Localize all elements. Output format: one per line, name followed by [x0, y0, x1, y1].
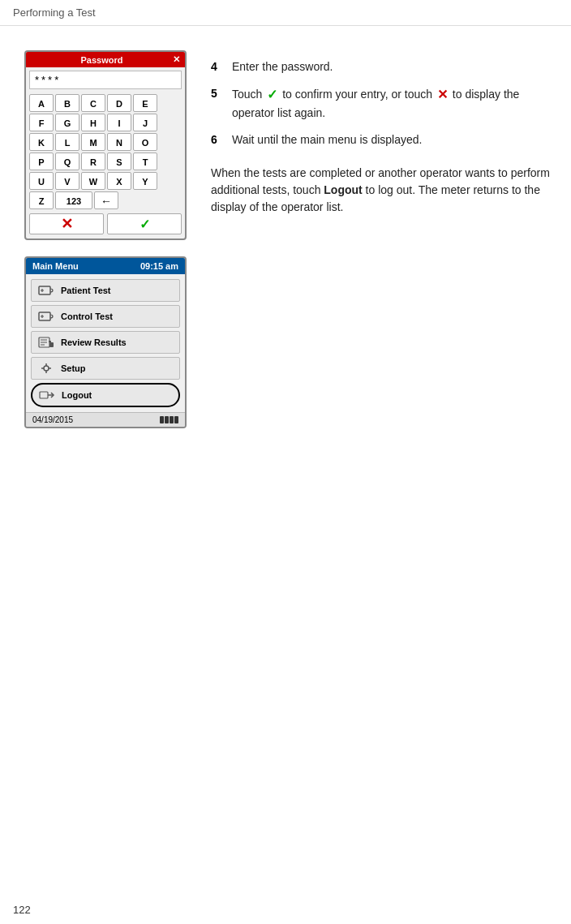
key-row-1: A B C D E	[29, 94, 182, 112]
key-B[interactable]: B	[55, 94, 79, 112]
key-row-4: P Q R S T	[29, 153, 182, 170]
right-column: 4 Enter the password. 5 Touch ✓ to confi…	[211, 50, 555, 428]
key-T[interactable]: T	[133, 153, 157, 170]
key-row-6: Z 123 ←	[29, 191, 182, 209]
control-icon	[38, 310, 54, 323]
key-backspace[interactable]: ←	[94, 191, 118, 209]
instructions: 4 Enter the password. 5 Touch ✓ to confi…	[211, 58, 555, 216]
battery-bar-1	[160, 416, 164, 423]
battery-icon	[160, 416, 178, 423]
key-E[interactable]: E	[133, 94, 157, 112]
page-footer: 122	[13, 904, 31, 916]
instruction-step-5: 5 Touch ✓ to confirm your entry, or touc…	[211, 85, 555, 122]
review-icon	[38, 336, 54, 349]
inline-x-icon: ✕	[437, 85, 448, 105]
close-icon[interactable]: ✕	[173, 54, 180, 65]
cancel-button[interactable]: ✕	[29, 213, 104, 234]
instruction-step-6: 6 Wait until the main menu is displayed.	[211, 131, 555, 148]
patient-test-label: Patient Test	[61, 286, 111, 295]
password-title-bar: Password ✕	[26, 52, 185, 67]
key-N[interactable]: N	[107, 133, 131, 151]
logout-bold: Logout	[324, 183, 362, 196]
key-Y[interactable]: Y	[133, 172, 157, 190]
menu-item-review-results[interactable]: Review Results	[31, 331, 180, 354]
menu-items-list: Patient Test Control Test	[26, 274, 185, 412]
ok-button[interactable]: ✓	[107, 213, 182, 234]
page-header: Performing a Test	[0, 0, 571, 26]
key-G[interactable]: G	[55, 114, 79, 131]
keyboard-grid: A B C D E F G H I J K L M	[26, 92, 185, 211]
cancel-x-icon: ✕	[61, 215, 73, 233]
svg-point-12	[44, 366, 49, 371]
menu-item-control-test[interactable]: Control Test	[31, 305, 180, 328]
key-J[interactable]: J	[133, 114, 157, 131]
footer-date: 04/19/2015	[32, 415, 73, 424]
battery-bar-2	[165, 416, 169, 423]
review-results-label: Review Results	[61, 337, 127, 347]
key-H[interactable]: H	[81, 114, 105, 131]
svg-rect-11	[49, 341, 51, 342]
menu-title-bar: Main Menu 09:15 am	[26, 258, 185, 274]
inline-check-icon: ✓	[267, 85, 277, 105]
key-D[interactable]: D	[107, 94, 131, 112]
setup-label: Setup	[61, 363, 86, 373]
logout-icon	[39, 389, 55, 402]
instruction-step-4: 4 Enter the password.	[211, 58, 555, 75]
key-I[interactable]: I	[107, 114, 131, 131]
key-M[interactable]: M	[81, 133, 105, 151]
menu-item-patient-test[interactable]: Patient Test	[31, 279, 180, 302]
svg-rect-17	[40, 392, 48, 398]
key-U[interactable]: U	[29, 172, 54, 190]
password-title: Password	[31, 55, 173, 65]
svg-rect-10	[49, 342, 54, 347]
step-6-text: Wait until the main menu is displayed.	[232, 131, 422, 148]
key-V[interactable]: V	[55, 172, 79, 190]
menu-footer: 04/19/2015	[26, 412, 185, 427]
action-row: ✕ ✓	[26, 211, 185, 239]
menu-title: Main Menu	[32, 261, 79, 271]
key-S[interactable]: S	[107, 153, 131, 170]
setup-icon	[38, 362, 54, 375]
ok-check-icon: ✓	[140, 217, 150, 232]
key-P[interactable]: P	[29, 153, 54, 170]
key-R[interactable]: R	[81, 153, 105, 170]
main-menu-screen: Main Menu 09:15 am Patient Test	[24, 256, 187, 428]
key-row-3: K L M N O	[29, 133, 182, 151]
main-content: Password ✕ **** A B C D E F G H I	[0, 26, 571, 445]
key-F[interactable]: F	[29, 114, 54, 131]
left-column: Password ✕ **** A B C D E F G H I	[24, 50, 195, 428]
patient-icon	[38, 284, 54, 297]
key-Q[interactable]: Q	[55, 153, 79, 170]
step-5-text: Touch ✓ to confirm your entry, or touch …	[232, 85, 555, 122]
password-display: ****	[29, 71, 182, 89]
step-6-number: 6	[211, 131, 224, 148]
key-123[interactable]: 123	[55, 191, 92, 209]
key-A[interactable]: A	[29, 94, 54, 112]
step-4-text: Enter the password.	[232, 58, 333, 75]
battery-bar-3	[170, 416, 174, 423]
key-Z[interactable]: Z	[29, 191, 54, 209]
key-O[interactable]: O	[133, 133, 157, 151]
logout-paragraph: When the tests are completed or another …	[211, 165, 555, 216]
logout-label: Logout	[62, 390, 92, 400]
key-C[interactable]: C	[81, 94, 105, 112]
battery-bar-4	[174, 416, 178, 423]
header-title: Performing a Test	[13, 6, 96, 19]
password-screen: Password ✕ **** A B C D E F G H I	[24, 50, 187, 240]
key-L[interactable]: L	[55, 133, 79, 151]
key-row-2: F G H I J	[29, 114, 182, 131]
key-row-5: U V W X Y	[29, 172, 182, 190]
step-4-number: 4	[211, 58, 224, 75]
step-5-number: 5	[211, 85, 224, 102]
control-test-label: Control Test	[61, 312, 113, 321]
key-X[interactable]: X	[107, 172, 131, 190]
footer-page-num: 122	[13, 904, 31, 916]
key-W[interactable]: W	[81, 172, 105, 190]
menu-item-setup[interactable]: Setup	[31, 357, 180, 380]
menu-time: 09:15 am	[140, 261, 178, 271]
key-K[interactable]: K	[29, 133, 54, 151]
menu-item-logout[interactable]: Logout	[31, 383, 180, 407]
